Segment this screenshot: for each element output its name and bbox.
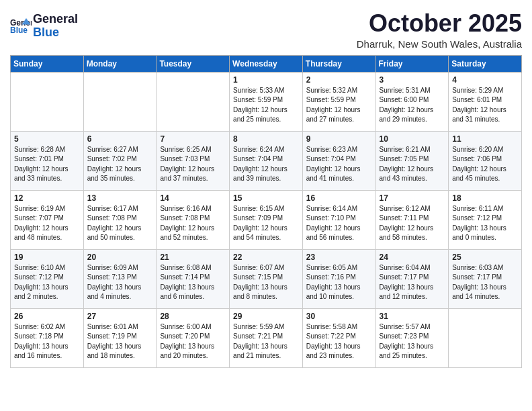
day-info: Sunrise: 6:10 AM Sunset: 7:12 PM Dayligh… (14, 263, 80, 302)
day-info: Sunrise: 6:04 AM Sunset: 7:17 PM Dayligh… (380, 263, 445, 302)
calendar-day-cell: 4Sunrise: 5:29 AM Sunset: 6:01 PM Daylig… (449, 72, 522, 131)
day-number: 5 (14, 134, 80, 144)
calendar-day-cell: 17Sunrise: 6:12 AM Sunset: 7:11 PM Dayli… (375, 190, 449, 249)
calendar-day-cell: 23Sunrise: 6:05 AM Sunset: 7:16 PM Dayli… (302, 249, 375, 308)
day-number: 26 (14, 312, 80, 321)
day-info: Sunrise: 5:58 AM Sunset: 7:22 PM Dayligh… (306, 322, 372, 361)
day-info: Sunrise: 5:31 AM Sunset: 6:00 PM Dayligh… (380, 86, 445, 125)
weekday-header: Wednesday (230, 55, 303, 72)
day-number: 12 (14, 193, 80, 203)
day-number: 16 (306, 193, 372, 203)
calendar-week-row: 26Sunrise: 6:02 AM Sunset: 7:18 PM Dayli… (11, 308, 522, 367)
day-number: 14 (160, 193, 226, 203)
calendar-day-cell: 22Sunrise: 6:07 AM Sunset: 7:15 PM Dayli… (230, 249, 303, 308)
calendar-day-cell: 1Sunrise: 5:33 AM Sunset: 5:59 PM Daylig… (230, 72, 303, 131)
calendar-table: SundayMondayTuesdayWednesdayThursdayFrid… (10, 55, 522, 368)
day-number: 1 (233, 75, 299, 85)
day-number: 27 (87, 312, 153, 321)
day-info: Sunrise: 6:01 AM Sunset: 7:19 PM Dayligh… (87, 322, 153, 361)
svg-text:Blue: Blue (10, 26, 28, 35)
calendar-day-cell: 8Sunrise: 6:24 AM Sunset: 7:04 PM Daylig… (230, 131, 303, 190)
day-number: 28 (160, 312, 226, 321)
calendar-day-cell: 18Sunrise: 6:11 AM Sunset: 7:12 PM Dayli… (449, 190, 522, 249)
day-number: 10 (380, 134, 445, 144)
day-number: 31 (380, 312, 445, 321)
title-block: October 2025 Dharruk, New South Wales, A… (357, 10, 522, 50)
calendar-day-cell: 31Sunrise: 5:57 AM Sunset: 7:23 PM Dayli… (375, 308, 449, 367)
calendar-day-cell: 12Sunrise: 6:19 AM Sunset: 7:07 PM Dayli… (11, 190, 84, 249)
calendar-day-cell: 20Sunrise: 6:09 AM Sunset: 7:13 PM Dayli… (83, 249, 157, 308)
calendar-day-cell: 9Sunrise: 6:23 AM Sunset: 7:04 PM Daylig… (302, 131, 375, 190)
calendar-day-cell: 15Sunrise: 6:15 AM Sunset: 7:09 PM Dayli… (230, 190, 303, 249)
day-number: 20 (87, 253, 153, 262)
weekday-header: Monday (83, 55, 157, 72)
day-number: 29 (233, 312, 299, 321)
calendar-day-cell: 30Sunrise: 5:58 AM Sunset: 7:22 PM Dayli… (302, 308, 375, 367)
calendar-day-cell: 5Sunrise: 6:28 AM Sunset: 7:01 PM Daylig… (11, 131, 84, 190)
day-info: Sunrise: 6:11 AM Sunset: 7:12 PM Dayligh… (452, 204, 518, 243)
day-info: Sunrise: 6:24 AM Sunset: 7:04 PM Dayligh… (233, 145, 299, 184)
day-number: 8 (233, 134, 299, 144)
calendar-day-cell: 16Sunrise: 6:14 AM Sunset: 7:10 PM Dayli… (302, 190, 375, 249)
day-info: Sunrise: 6:02 AM Sunset: 7:18 PM Dayligh… (14, 322, 80, 361)
calendar-day-cell: 11Sunrise: 6:20 AM Sunset: 7:06 PM Dayli… (449, 131, 522, 190)
day-info: Sunrise: 6:08 AM Sunset: 7:14 PM Dayligh… (160, 263, 226, 302)
calendar-day-cell (11, 72, 84, 131)
day-number: 18 (452, 193, 518, 203)
calendar-day-cell: 2Sunrise: 5:32 AM Sunset: 5:59 PM Daylig… (302, 72, 375, 131)
weekday-header: Friday (375, 55, 449, 72)
day-info: Sunrise: 6:21 AM Sunset: 7:05 PM Dayligh… (380, 145, 445, 184)
day-number: 19 (14, 253, 80, 262)
day-number: 17 (380, 193, 445, 203)
day-info: Sunrise: 5:59 AM Sunset: 7:21 PM Dayligh… (233, 322, 299, 361)
day-number: 4 (452, 75, 518, 85)
day-number: 11 (452, 134, 518, 144)
day-number: 9 (306, 134, 372, 144)
logo-text: General Blue (33, 13, 78, 40)
day-number: 21 (160, 253, 226, 262)
day-number: 7 (160, 134, 226, 144)
day-info: Sunrise: 6:05 AM Sunset: 7:16 PM Dayligh… (306, 263, 372, 302)
calendar-day-cell: 3Sunrise: 5:31 AM Sunset: 6:00 PM Daylig… (375, 72, 449, 131)
day-info: Sunrise: 5:57 AM Sunset: 7:23 PM Dayligh… (380, 322, 445, 361)
calendar-day-cell: 14Sunrise: 6:16 AM Sunset: 7:08 PM Dayli… (157, 190, 230, 249)
calendar-day-cell: 29Sunrise: 5:59 AM Sunset: 7:21 PM Dayli… (230, 308, 303, 367)
day-number: 24 (380, 253, 445, 262)
calendar-week-row: 5Sunrise: 6:28 AM Sunset: 7:01 PM Daylig… (11, 131, 522, 190)
day-number: 30 (306, 312, 372, 321)
day-info: Sunrise: 6:19 AM Sunset: 7:07 PM Dayligh… (14, 204, 80, 243)
logo: General Blue General Blue (10, 13, 78, 40)
day-info: Sunrise: 5:33 AM Sunset: 5:59 PM Dayligh… (233, 86, 299, 125)
day-number: 6 (87, 134, 153, 144)
day-number: 23 (306, 253, 372, 262)
calendar-day-cell (157, 72, 230, 131)
calendar-day-cell: 19Sunrise: 6:10 AM Sunset: 7:12 PM Dayli… (11, 249, 84, 308)
day-info: Sunrise: 6:20 AM Sunset: 7:06 PM Dayligh… (452, 145, 518, 184)
day-number: 13 (87, 193, 153, 203)
day-info: Sunrise: 6:14 AM Sunset: 7:10 PM Dayligh… (306, 204, 372, 243)
day-info: Sunrise: 6:03 AM Sunset: 7:17 PM Dayligh… (452, 263, 518, 302)
location-subtitle: Dharruk, New South Wales, Australia (357, 38, 522, 50)
calendar-day-cell: 21Sunrise: 6:08 AM Sunset: 7:14 PM Dayli… (157, 249, 230, 308)
day-number: 22 (233, 253, 299, 262)
month-title: October 2025 (357, 10, 522, 37)
calendar-day-cell: 6Sunrise: 6:27 AM Sunset: 7:02 PM Daylig… (83, 131, 157, 190)
calendar-day-cell: 28Sunrise: 6:00 AM Sunset: 7:20 PM Dayli… (157, 308, 230, 367)
calendar-day-cell: 27Sunrise: 6:01 AM Sunset: 7:19 PM Dayli… (83, 308, 157, 367)
day-info: Sunrise: 6:00 AM Sunset: 7:20 PM Dayligh… (160, 322, 226, 361)
page-header: General Blue General Blue October 2025 D… (10, 10, 522, 50)
day-info: Sunrise: 6:28 AM Sunset: 7:01 PM Dayligh… (14, 145, 80, 184)
calendar-day-cell (83, 72, 157, 131)
day-number: 2 (306, 75, 372, 85)
calendar-week-row: 19Sunrise: 6:10 AM Sunset: 7:12 PM Dayli… (11, 249, 522, 308)
weekday-header: Thursday (302, 55, 375, 72)
day-info: Sunrise: 6:16 AM Sunset: 7:08 PM Dayligh… (160, 204, 226, 243)
logo-line2: Blue (33, 26, 78, 40)
calendar-day-cell: 24Sunrise: 6:04 AM Sunset: 7:17 PM Dayli… (375, 249, 449, 308)
day-info: Sunrise: 6:15 AM Sunset: 7:09 PM Dayligh… (233, 204, 299, 243)
logo-line1: General (33, 13, 78, 26)
weekday-header: Saturday (449, 55, 522, 72)
day-number: 25 (452, 253, 518, 262)
day-info: Sunrise: 6:23 AM Sunset: 7:04 PM Dayligh… (306, 145, 372, 184)
day-info: Sunrise: 6:27 AM Sunset: 7:02 PM Dayligh… (87, 145, 153, 184)
